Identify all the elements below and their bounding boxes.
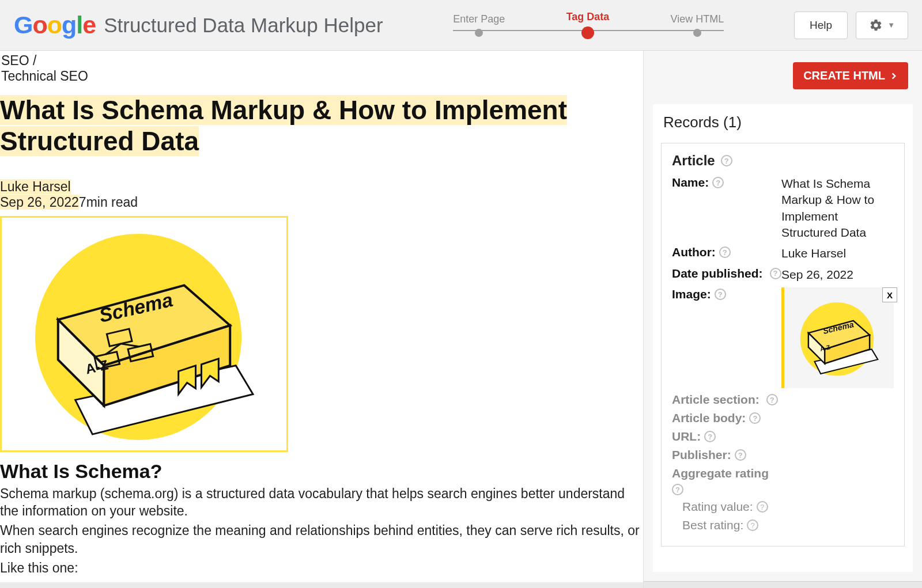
- publish-date: Sep 26, 2022: [0, 195, 79, 210]
- step-view-html[interactable]: View HTML: [671, 13, 724, 37]
- paragraph[interactable]: Schema markup (schema.org) is a structur…: [0, 485, 643, 520]
- paragraph[interactable]: Like this one:: [0, 559, 643, 576]
- section-heading[interactable]: What Is Schema?: [0, 460, 643, 483]
- help-icon[interactable]: ?: [672, 484, 683, 495]
- help-icon[interactable]: ?: [715, 289, 726, 300]
- field-publisher[interactable]: Publisher: ?: [672, 448, 894, 462]
- help-icon[interactable]: ?: [721, 155, 732, 166]
- step-tag-data[interactable]: Tag Data: [566, 11, 610, 39]
- app-header: Google Structured Data Markup Helper Ent…: [0, 0, 922, 51]
- help-icon[interactable]: ?: [719, 246, 731, 258]
- help-icon[interactable]: ?: [757, 501, 768, 513]
- page-preview[interactable]: SEO / Technical SEO What Is Schema Marku…: [0, 51, 643, 588]
- search-results-mock: Google: [0, 582, 643, 588]
- help-icon[interactable]: ?: [770, 268, 781, 279]
- help-icon[interactable]: ?: [766, 394, 778, 405]
- field-url[interactable]: URL: ?: [672, 430, 894, 443]
- step-dot: [581, 26, 594, 39]
- record-type-heading: Article ?: [672, 153, 894, 169]
- author-name: Luke Harsel: [0, 179, 71, 194]
- help-icon[interactable]: ?: [747, 519, 758, 531]
- field-article-body[interactable]: Article body: ?: [672, 411, 894, 425]
- help-button[interactable]: Help: [794, 12, 848, 39]
- help-icon[interactable]: ?: [749, 412, 761, 424]
- read-time: 7min read: [79, 195, 138, 210]
- app-title: Structured Data Markup Helper: [104, 14, 383, 37]
- hero-image[interactable]: Schema A-Z: [0, 216, 288, 452]
- help-icon[interactable]: ?: [704, 431, 716, 442]
- field-author[interactable]: Author: ? Luke Harsel: [672, 245, 894, 261]
- settings-button[interactable]: ▼: [856, 12, 908, 39]
- record-card: Article ? Name: ? What Is Schema Markup …: [661, 143, 905, 547]
- help-icon[interactable]: ?: [735, 449, 746, 461]
- schema-book-thumb: Schema A-Z: [790, 289, 888, 387]
- records-header: Records (1): [653, 104, 913, 141]
- caret-down-icon: ▼: [887, 21, 895, 29]
- field-name[interactable]: Name: ? What Is Schema Markup & How to I…: [672, 176, 894, 241]
- field-rating-value[interactable]: Rating value: ?: [672, 500, 894, 514]
- image-thumbnail: Schema A-Z X: [781, 287, 894, 388]
- schema-book-illustration: Schema A-Z: [6, 222, 282, 446]
- chevron-right-icon: [890, 71, 898, 81]
- step-dot: [693, 29, 701, 37]
- step-dot: [475, 29, 483, 37]
- records-panel: Records (1) Article ? Name: ? What Is Sc…: [653, 104, 913, 572]
- progress-stepper: Enter Page Tag Data View HTML: [406, 11, 771, 39]
- field-aggregate-rating[interactable]: Aggregate rating?: [672, 466, 894, 495]
- gear-icon: [869, 18, 883, 32]
- field-date-published[interactable]: Date published:? Sep 26, 2022: [672, 267, 894, 283]
- article-title[interactable]: What Is Schema Markup & How to Implement…: [0, 94, 643, 157]
- field-best-rating[interactable]: Best rating: ?: [672, 518, 894, 532]
- sidebar-panel: CREATE HTML Records (1) Article ? Name: …: [643, 51, 922, 588]
- help-icon[interactable]: ?: [712, 177, 724, 188]
- paragraph[interactable]: When search engines recognize the meanin…: [0, 522, 643, 557]
- article-byline[interactable]: Luke Harsel Sep 26, 20227min read: [0, 179, 643, 210]
- field-image[interactable]: Image: ? Schema A-Z X: [672, 287, 894, 388]
- remove-image-button[interactable]: X: [882, 287, 897, 302]
- field-article-section[interactable]: Article section:?: [672, 393, 894, 407]
- google-logo: Google: [14, 11, 96, 39]
- step-enter-page[interactable]: Enter Page: [453, 13, 505, 37]
- breadcrumb: SEO / Technical SEO: [0, 51, 643, 84]
- scrollbar[interactable]: [644, 581, 922, 588]
- create-html-button[interactable]: CREATE HTML: [793, 62, 908, 89]
